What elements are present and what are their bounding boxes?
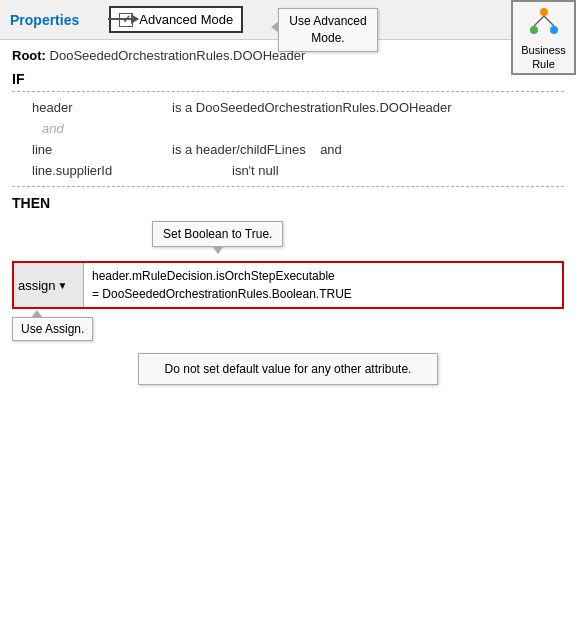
- assign-area: assign ▼ header.mRuleDecision.isOrchStep…: [12, 261, 564, 309]
- root-label: Root:: [12, 48, 46, 63]
- assign-value-line2: = DooSeededOrchestrationRules.Boolean.TR…: [92, 285, 352, 303]
- root-value: DooSeededOrchestrationRules.DOOHeader: [50, 48, 306, 63]
- then-dashed-line: [12, 186, 564, 187]
- condition-line: line is a header/childFLines and: [12, 142, 564, 157]
- condition-supplier-subject: line.supplierId: [32, 163, 232, 178]
- condition-header-predicate: is a DooSeededOrchestrationRules.DOOHead…: [172, 100, 452, 115]
- svg-line-4: [544, 16, 554, 26]
- svg-line-3: [534, 16, 544, 26]
- condition-line-subject: line: [32, 142, 172, 157]
- main-content: Root: DooSeededOrchestrationRules.DOOHea…: [0, 40, 576, 393]
- svg-point-2: [550, 26, 558, 34]
- condition-supplier-predicate: isn't null: [232, 163, 279, 178]
- default-value-box: Do not set default value for any other a…: [138, 353, 438, 385]
- use-assign-tooltip: Use Assign.: [12, 317, 93, 341]
- advanced-mode-label: Advanced Mode: [139, 12, 233, 27]
- then-label: THEN: [12, 195, 564, 211]
- if-label: IF: [12, 71, 564, 87]
- if-dashed-line: [12, 91, 564, 92]
- condition-supplier: line.supplierId isn't null: [12, 163, 564, 178]
- business-rule-icon: [526, 4, 562, 40]
- svg-point-0: [540, 8, 548, 16]
- assign-dropdown-arrow[interactable]: ▼: [58, 280, 68, 291]
- assign-value-line1: header.mRuleDecision.isOrchStepExecutabl…: [92, 267, 352, 285]
- properties-label: Properties: [10, 12, 79, 28]
- root-line: Root: DooSeededOrchestrationRules.DOOHea…: [12, 48, 564, 63]
- condition-header-subject: header: [32, 100, 172, 115]
- arrow-properties: [108, 18, 138, 20]
- assign-label: assign: [18, 278, 56, 293]
- svg-point-1: [530, 26, 538, 34]
- set-boolean-area: Set Boolean to True.: [12, 215, 564, 255]
- toolbar: Properties Advanced Mode Use Advanced Mo…: [0, 0, 576, 40]
- assign-button[interactable]: assign ▼: [14, 263, 84, 307]
- condition-line-predicate: is a header/childFLines and: [172, 142, 342, 157]
- assign-value: header.mRuleDecision.isOrchStepExecutabl…: [84, 263, 360, 307]
- and-label: and: [12, 121, 564, 136]
- set-boolean-tooltip: Set Boolean to True.: [152, 221, 283, 247]
- condition-header: header is a DooSeededOrchestrationRules.…: [12, 100, 564, 115]
